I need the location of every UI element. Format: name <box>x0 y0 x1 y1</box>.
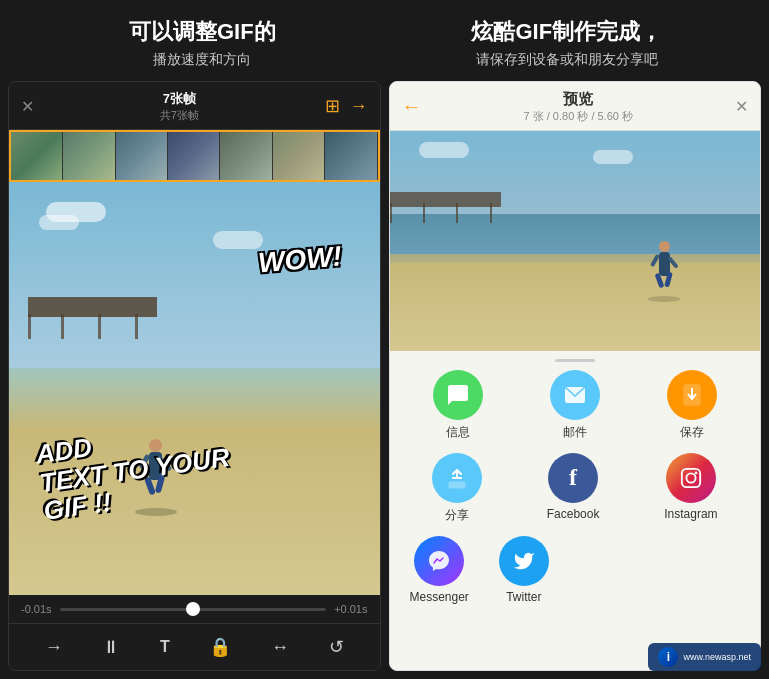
swap-button[interactable]: ↔ <box>267 633 293 662</box>
share-facebook[interactable]: f Facebook <box>547 453 600 524</box>
share-icon <box>432 453 482 503</box>
share-message[interactable]: 信息 <box>433 370 483 441</box>
cloud-2 <box>39 215 79 230</box>
left-title: 可以调整GIF的 <box>129 18 276 47</box>
share-row-1: 信息 邮件 <box>400 370 751 441</box>
left-phone-panel: ✕ 7张帧 共7张帧 ⊞ → <box>8 81 381 671</box>
main-content: ✕ 7张帧 共7张帧 ⊞ → <box>0 81 769 679</box>
twitter-label: Twitter <box>506 590 541 604</box>
close-button[interactable]: ✕ <box>21 97 34 116</box>
mail-label: 邮件 <box>563 424 587 441</box>
facebook-icon: f <box>548 453 598 503</box>
right-pier-post-2 <box>423 203 425 223</box>
svg-rect-3 <box>449 482 465 488</box>
instagram-icon <box>666 453 716 503</box>
svg-rect-4 <box>682 468 700 486</box>
pause-button[interactable]: ⏸ <box>98 633 124 662</box>
preview-title: 预览 <box>563 90 593 109</box>
timeline-bar[interactable]: -0.01s +0.01s <box>9 595 380 623</box>
cloud-3 <box>213 231 263 249</box>
right-title: 炫酷GIF制作完成， <box>471 18 662 47</box>
right-close-button[interactable]: ✕ <box>735 97 748 116</box>
share-twitter[interactable]: Twitter <box>499 536 549 604</box>
share-section: 信息 邮件 <box>390 370 761 624</box>
left-subtitle: 播放速度和方向 <box>153 51 251 69</box>
beach-scene: WOW! ADD TEXT TO YOUR GIF !! <box>9 182 380 595</box>
film-frame-7[interactable] <box>325 132 377 180</box>
slider-thumb[interactable] <box>186 602 200 616</box>
sticker-button[interactable]: 🔒 <box>205 632 235 662</box>
time-left: -0.01s <box>21 603 52 615</box>
grid-icon[interactable]: ⊞ <box>325 95 340 117</box>
film-frame-1[interactable] <box>11 132 63 180</box>
share-instagram[interactable]: Instagram <box>664 453 717 524</box>
pier-post-3 <box>98 314 101 339</box>
right-subtitle: 请保存到设备或和朋友分享吧 <box>476 51 658 69</box>
right-pier-post-3 <box>456 203 458 223</box>
right-pier-post-4 <box>490 203 492 223</box>
facebook-label: Facebook <box>547 507 600 521</box>
right-sand <box>390 263 761 351</box>
right-sea <box>390 214 761 254</box>
right-header: ← 预览 7 张 / 0.80 秒 / 5.60 秒 ✕ <box>390 82 761 131</box>
watermark-logo: i <box>658 647 678 667</box>
right-pier <box>390 192 501 207</box>
right-figure <box>651 241 679 296</box>
twitter-icon <box>499 536 549 586</box>
svg-point-5 <box>686 473 695 482</box>
bottom-toolbar: → ⏸ T 🔒 ↔ ↺ <box>9 623 380 670</box>
film-frame-3[interactable] <box>116 132 168 180</box>
right-pier-post-1 <box>390 203 392 223</box>
forward-button[interactable]: → <box>41 633 67 662</box>
instagram-label: Instagram <box>664 507 717 521</box>
right-phone-panel: ← 预览 7 张 / 0.80 秒 / 5.60 秒 ✕ <box>389 81 762 671</box>
right-cloud-1 <box>419 142 469 158</box>
top-left-header: 可以调整GIF的 播放速度和方向 <box>20 18 385 69</box>
frame-total-label: 共7张帧 <box>160 108 199 123</box>
film-frames <box>11 132 378 180</box>
text-button[interactable]: T <box>156 634 174 660</box>
left-header: ✕ 7张帧 共7张帧 ⊞ → <box>9 82 380 130</box>
mail-icon <box>550 370 600 420</box>
undo-button[interactable]: ↺ <box>325 632 348 662</box>
svg-point-6 <box>695 471 698 474</box>
share-row-3: Messenger Twitter i <box>400 536 751 604</box>
time-right: +0.01s <box>334 603 367 615</box>
film-frame-2[interactable] <box>63 132 115 180</box>
frame-count-label: 7张帧 <box>163 90 196 108</box>
messenger-icon <box>414 536 464 586</box>
pier-post-1 <box>28 314 31 339</box>
save-icon <box>667 370 717 420</box>
message-icon <box>433 370 483 420</box>
share-divider <box>555 359 595 362</box>
timeline-slider[interactable] <box>60 608 327 611</box>
top-section: 可以调整GIF的 播放速度和方向 炫酷GIF制作完成， 请保存到设备或和朋友分享… <box>0 0 769 81</box>
film-strip[interactable] <box>9 130 380 182</box>
watermark: i www.newasp.net <box>648 643 761 671</box>
share-save[interactable]: 保存 <box>667 370 717 441</box>
right-preview-image <box>390 131 761 351</box>
preview-subtitle: 7 张 / 0.80 秒 / 5.60 秒 <box>524 109 633 124</box>
film-frame-4[interactable] <box>168 132 220 180</box>
share-messenger[interactable]: Messenger <box>410 536 469 604</box>
next-arrow-icon[interactable]: → <box>350 96 368 117</box>
share-share[interactable]: 分享 <box>432 453 482 524</box>
share-row-2: 分享 f Facebook Ins <box>400 453 751 524</box>
header-actions: ⊞ → <box>325 95 368 117</box>
message-label: 信息 <box>446 424 470 441</box>
main-preview-image: WOW! ADD TEXT TO YOUR GIF !! <box>9 182 380 595</box>
wow-text-overlay: WOW! <box>257 240 343 279</box>
watermark-text: www.newasp.net <box>683 652 751 662</box>
save-label: 保存 <box>680 424 704 441</box>
share-mail[interactable]: 邮件 <box>550 370 600 441</box>
right-cloud-2 <box>593 150 633 164</box>
film-frame-5[interactable] <box>220 132 272 180</box>
preview-info: 预览 7 张 / 0.80 秒 / 5.60 秒 <box>524 90 633 124</box>
top-right-header: 炫酷GIF制作完成， 请保存到设备或和朋友分享吧 <box>385 18 750 69</box>
messenger-label: Messenger <box>410 590 469 604</box>
back-button[interactable]: ← <box>402 95 422 118</box>
film-frame-6[interactable] <box>273 132 325 180</box>
frame-info: 7张帧 共7张帧 <box>160 90 199 123</box>
share-share-label: 分享 <box>445 507 469 524</box>
pier-post-2 <box>61 314 64 339</box>
